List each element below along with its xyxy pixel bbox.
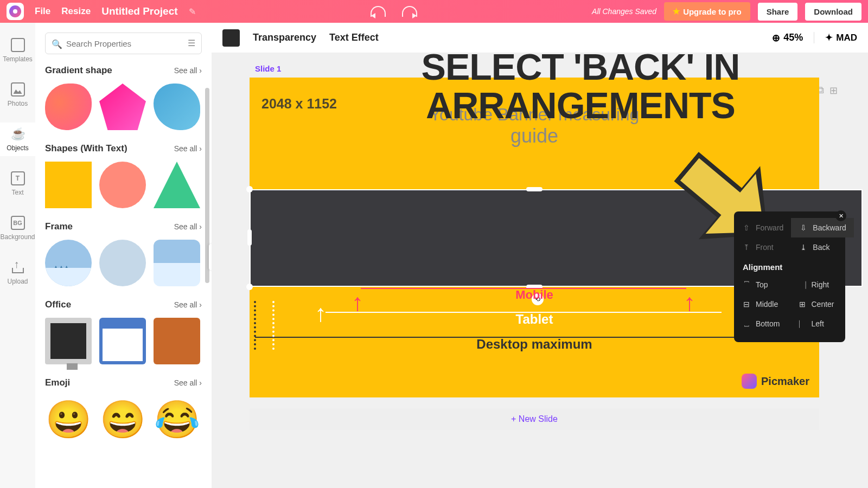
section-gradient-title: Gradient shape <box>45 65 112 76</box>
rail-upload[interactable]: Upload <box>0 256 35 290</box>
upload-icon <box>11 260 25 274</box>
section-office-title: Office <box>45 299 71 310</box>
rail-text[interactable]: TText <box>0 167 35 201</box>
gradient-pentagon[interactable] <box>99 84 146 130</box>
top-bar: File Resize Untitled Project ✎ All Chang… <box>0 0 868 23</box>
arrange-back[interactable]: ⤓Back <box>791 237 853 257</box>
see-all-shapes[interactable]: See all › <box>174 144 202 153</box>
align-middle[interactable]: ⊟Middle <box>734 294 790 314</box>
search-input[interactable] <box>45 33 202 54</box>
align-center-icon: ⊞ <box>797 299 807 309</box>
rail-photos[interactable]: Photos <box>0 78 35 112</box>
gradient-blob-1[interactable] <box>45 84 92 130</box>
background-icon: BG <box>11 216 25 230</box>
see-all-office[interactable]: See all › <box>174 300 202 309</box>
search-icon: 🔍 <box>52 39 62 49</box>
file-menu[interactable]: File <box>35 6 50 17</box>
emoji-grin[interactable]: 😀 <box>45 396 92 442</box>
objects-panel: 🔍 ☰ Gradient shapeSee all › Shapes (With… <box>35 23 212 488</box>
see-all-gradient[interactable]: See all › <box>174 66 202 75</box>
rail-templates[interactable]: Templates <box>0 34 35 67</box>
undo-icon[interactable] <box>371 6 386 17</box>
templates-icon <box>11 38 25 52</box>
download-button[interactable]: Download <box>805 3 861 21</box>
forward-icon: ⇧ <box>742 223 751 233</box>
align-right[interactable]: ⎹Right <box>790 275 846 294</box>
objects-icon: ☕ <box>11 127 25 141</box>
front-icon: ⤒ <box>742 242 751 252</box>
align-top[interactable]: ⎴Top <box>734 275 790 294</box>
back-icon: ⤓ <box>799 242 808 252</box>
save-status: All Changes Saved <box>592 7 656 16</box>
new-slide-button[interactable]: + New Slide <box>250 408 819 430</box>
section-frame-title: Frame <box>45 221 73 232</box>
zoom-icon: ⊕ <box>772 32 780 44</box>
upgrade-button[interactable]: ★Upgrade to pro <box>664 2 750 21</box>
emoji-joy[interactable]: 😂 <box>154 396 200 442</box>
frame-whale[interactable] <box>154 240 200 286</box>
align-bottom[interactable]: ⎵Bottom <box>734 314 790 333</box>
close-menu-button[interactable]: ✕ <box>835 210 846 221</box>
star-icon: ★ <box>673 7 680 16</box>
resize-handle-top[interactable] <box>526 187 542 191</box>
arrange-front[interactable]: ⤒Front <box>734 237 791 257</box>
transparency-button[interactable]: Transparency <box>253 32 316 43</box>
align-left[interactable]: ⎸Left <box>790 314 846 333</box>
backward-icon: ⇩ <box>799 223 808 233</box>
arrow-mobile-left: ↑ <box>352 289 363 316</box>
zoom-value: 45% <box>783 32 803 43</box>
project-title[interactable]: Untitled Project <box>101 5 177 17</box>
align-top-icon: ⎴ <box>742 280 751 290</box>
add-slide-icon[interactable]: ⊞ <box>829 85 838 97</box>
shape-triangle[interactable] <box>154 162 200 208</box>
rail-objects[interactable]: ☕Objects <box>0 123 35 156</box>
see-all-frame[interactable]: See all › <box>174 222 202 231</box>
arrange-forward[interactable]: ⇧Forward <box>734 218 791 237</box>
section-shapes-title: Shapes (With Text) <box>45 143 127 154</box>
dotted-guide-2 <box>272 301 275 350</box>
app-logo[interactable] <box>7 3 24 20</box>
arrow-tablet-left: ↑ <box>315 300 327 327</box>
dotted-guide-1 <box>254 301 256 350</box>
resize-handle-tl[interactable] <box>246 186 253 192</box>
office-briefcase[interactable] <box>154 318 200 364</box>
resize-handle-left[interactable] <box>247 229 252 246</box>
instruction-overlay-text: SELECT 'BACK' IN ARRANGEMENTS <box>380 48 781 125</box>
emoji-beam[interactable]: 😄 <box>99 396 146 442</box>
frame-apple[interactable] <box>99 240 146 286</box>
share-button[interactable]: Share <box>758 3 798 21</box>
align-middle-icon: ⊟ <box>742 299 751 309</box>
redo-icon[interactable] <box>402 6 417 17</box>
rail-background[interactable]: BGBackground <box>0 211 35 245</box>
align-bottom-icon: ⎵ <box>742 319 751 329</box>
picmaker-watermark: Picmaker <box>742 374 809 389</box>
office-calendar[interactable] <box>99 318 146 364</box>
fill-color-swatch[interactable] <box>222 29 240 47</box>
office-monitor[interactable] <box>45 318 92 364</box>
see-all-emoji[interactable]: See all › <box>174 378 202 387</box>
picmaker-logo-icon <box>742 374 757 389</box>
arrange-backward[interactable]: ⇩Backward <box>791 218 853 237</box>
left-rail: Templates Photos ☕Objects TText BGBackgr… <box>0 23 35 488</box>
alignment-section-title: Alignment <box>734 257 845 275</box>
arrangement-menu: ✕ ⇧Forward ⇩Backward ⤒Front ⤓Back Alignm… <box>734 211 845 342</box>
shape-circle[interactable] <box>99 162 146 208</box>
align-center[interactable]: ⊞Center <box>790 294 846 314</box>
edit-title-icon[interactable]: ✎ <box>189 7 196 17</box>
section-emoji-title: Emoji <box>45 377 70 388</box>
wand-icon: ✦ <box>825 32 833 43</box>
filter-icon[interactable]: ☰ <box>188 38 195 48</box>
text-effect-button[interactable]: Text Effect <box>329 32 379 43</box>
frame-winter[interactable] <box>45 240 92 286</box>
align-left-icon: ⎸ <box>797 319 807 329</box>
gradient-blob-2[interactable] <box>154 84 200 130</box>
resize-menu[interactable]: Resize <box>61 6 91 17</box>
align-right-icon: ⎹ <box>797 280 807 290</box>
photos-icon <box>11 82 25 97</box>
mad-button[interactable]: ✦ MAD <box>814 32 857 43</box>
text-icon: T <box>11 171 25 185</box>
shape-square[interactable] <box>45 162 92 208</box>
arrow-mobile-right: ↑ <box>684 289 695 316</box>
zoom-control[interactable]: ⊕ 45% <box>772 32 803 44</box>
